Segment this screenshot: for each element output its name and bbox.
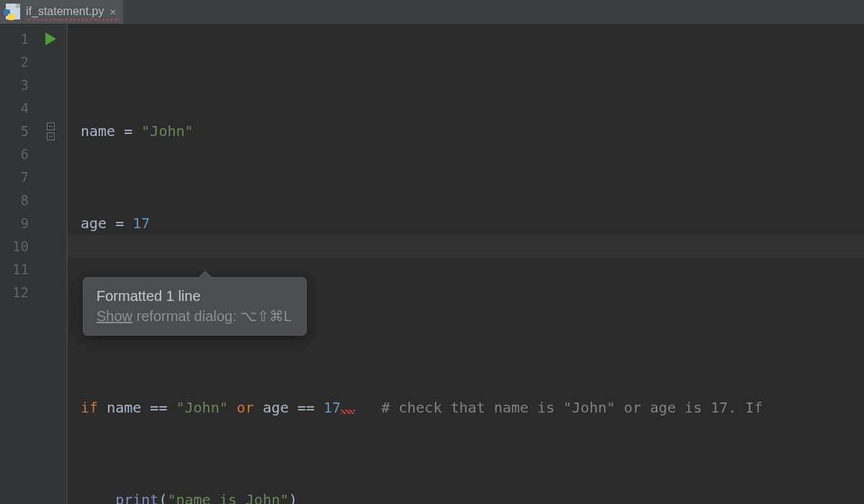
- tab-bar: if_statement.py ✕: [0, 0, 864, 24]
- line-number: 9: [0, 212, 29, 235]
- tooltip-subtitle: Show reformat dialog: ⌥⇧⌘L: [96, 307, 292, 325]
- syntax-error-icon: [341, 410, 355, 414]
- gutter-icon-column: [35, 24, 66, 504]
- line-number: 4: [0, 96, 29, 120]
- reformat-notification-popup: Formatted 1 line Show reformat dialog: ⌥…: [83, 277, 307, 336]
- tab-error-underline: [26, 19, 120, 21]
- line-number: 12: [0, 281, 29, 304]
- close-icon[interactable]: ✕: [110, 6, 116, 17]
- line-number: 7: [0, 166, 29, 189]
- tooltip-title: Formatted 1 line: [96, 288, 292, 305]
- line-number: 11: [0, 258, 29, 281]
- line-number-gutter: 1 2 3 4 5 6 7 8 9 10 11 12: [0, 24, 35, 504]
- line-number: 1: [0, 27, 29, 50]
- code-line: age = 17: [81, 212, 864, 235]
- run-icon[interactable]: [45, 32, 56, 45]
- code-line: if name == "John" or age == 17 # check t…: [81, 396, 864, 419]
- tab-filename: if_statement.py: [26, 5, 104, 18]
- line-number: 3: [0, 73, 29, 96]
- line-number: 10: [0, 235, 29, 258]
- code-line: print("name is John"): [81, 488, 864, 504]
- current-line-highlight: [68, 235, 864, 258]
- line-number: 6: [0, 143, 29, 166]
- fold-region-icon[interactable]: [47, 122, 55, 140]
- code-line: name = "John": [81, 120, 864, 143]
- show-link[interactable]: Show: [96, 308, 132, 324]
- shortcut-label: ⌥⇧⌘L: [240, 308, 292, 324]
- line-number: 2: [0, 50, 29, 73]
- line-number: 5: [0, 120, 29, 143]
- code-editor[interactable]: 1 2 3 4 5 6 7 8 9 10 11 12 name = "John"…: [0, 24, 864, 504]
- code-area[interactable]: name = "John" age = 17 if name == "John"…: [68, 24, 864, 504]
- line-number: 8: [0, 189, 29, 212]
- python-file-icon: [6, 4, 20, 19]
- file-tab[interactable]: if_statement.py ✕: [0, 0, 123, 24]
